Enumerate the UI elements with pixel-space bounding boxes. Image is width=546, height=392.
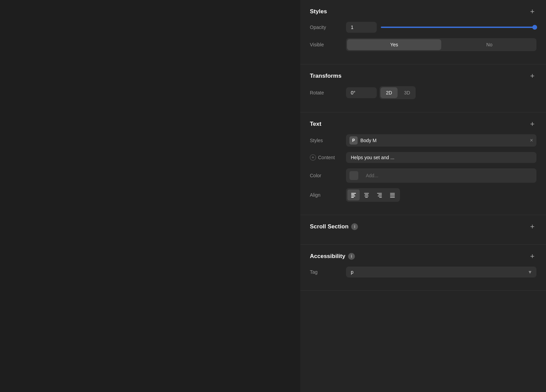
opacity-value-group <box>346 22 536 33</box>
rotate-2d-button[interactable]: 2D <box>380 87 398 98</box>
styles-section: Styles + Opacity Visible Yes No <box>300 0 546 64</box>
transforms-add-button[interactable]: + <box>528 72 536 80</box>
canvas-area <box>0 0 300 392</box>
transforms-title: Transforms <box>310 73 342 79</box>
rotate-row: Rotate 2D 3D <box>310 86 536 99</box>
opacity-slider-track[interactable] <box>381 27 535 28</box>
transforms-section-header: Transforms + <box>310 72 536 80</box>
scroll-header-with-info: Scroll Section i <box>310 223 528 230</box>
visible-no-button[interactable]: No <box>442 38 536 51</box>
align-justify-icon <box>389 192 396 198</box>
color-swatch[interactable] <box>349 171 358 180</box>
align-row: Align <box>310 188 536 202</box>
svg-rect-10 <box>378 196 382 196</box>
opacity-row: Opacity <box>310 22 536 33</box>
align-center-icon <box>363 192 370 198</box>
align-left-button[interactable] <box>347 190 360 200</box>
align-center-button[interactable] <box>360 190 373 200</box>
align-justify-button[interactable] <box>386 190 399 200</box>
visible-row: Visible Yes No <box>310 38 536 51</box>
accessibility-header-with-info: Accessibility i <box>310 253 528 260</box>
text-title: Text <box>310 121 321 127</box>
svg-rect-7 <box>365 197 368 198</box>
color-add-input[interactable] <box>361 170 533 181</box>
accessibility-add-button[interactable]: + <box>528 252 536 260</box>
align-right-icon <box>376 192 383 198</box>
visible-toggle-group: Yes No <box>346 38 536 51</box>
content-label-group: + Content <box>310 154 341 161</box>
svg-rect-13 <box>390 194 395 195</box>
content-value <box>346 152 536 163</box>
scroll-section: Scroll Section i + <box>300 215 546 245</box>
accessibility-section: Accessibility i + Tag p div span h1 h2 ▼ <box>300 245 546 291</box>
dim-toggle-group: 2D 3D <box>379 86 416 99</box>
visible-value-group: Yes No <box>346 38 536 51</box>
text-style-name: Body M <box>360 138 527 143</box>
tag-label: Tag <box>310 269 341 275</box>
svg-rect-15 <box>390 197 395 198</box>
content-row: + Content <box>310 152 536 163</box>
text-style-p-badge: P <box>349 136 358 145</box>
content-label: Content <box>318 155 335 160</box>
accessibility-info-icon[interactable]: i <box>348 253 355 260</box>
content-input[interactable] <box>346 152 536 163</box>
transforms-section: Transforms + Rotate 2D 3D <box>300 64 546 112</box>
text-styles-row: Styles P Body M × <box>310 134 536 147</box>
scroll-section-header: Scroll Section i + <box>310 223 536 231</box>
text-styles-label: Styles <box>310 138 341 143</box>
align-right-button[interactable] <box>373 190 386 200</box>
scroll-add-button[interactable]: + <box>528 223 536 231</box>
svg-rect-5 <box>365 194 368 195</box>
svg-rect-2 <box>351 196 355 196</box>
text-section: Text + Styles P Body M × + Content <box>300 112 546 215</box>
svg-rect-14 <box>390 196 395 196</box>
align-label: Align <box>310 192 341 198</box>
svg-rect-9 <box>378 194 382 195</box>
styles-section-header: Styles + <box>310 7 536 16</box>
visible-label: Visible <box>310 42 341 47</box>
opacity-input[interactable] <box>346 22 377 33</box>
rotate-input[interactable] <box>346 87 377 98</box>
text-section-header: Text + <box>310 120 536 128</box>
properties-panel: Styles + Opacity Visible Yes No <box>300 0 546 392</box>
align-group <box>346 188 400 202</box>
color-value <box>346 168 536 183</box>
opacity-label: Opacity <box>310 25 341 30</box>
accessibility-title: Accessibility <box>310 253 345 260</box>
scroll-title: Scroll Section <box>310 223 348 230</box>
align-left-icon <box>350 192 357 198</box>
visible-yes-button[interactable]: Yes <box>347 39 441 50</box>
svg-rect-4 <box>364 193 369 194</box>
opacity-slider-container <box>379 27 536 28</box>
rotate-value-group: 2D 3D <box>346 86 536 99</box>
rotate-3d-button[interactable]: 3D <box>399 86 416 99</box>
color-wrapper[interactable] <box>346 168 536 183</box>
accessibility-section-header: Accessibility i + <box>310 252 536 260</box>
text-styles-value: P Body M × <box>346 134 536 147</box>
svg-rect-3 <box>351 197 354 198</box>
svg-rect-6 <box>364 196 369 196</box>
rotate-label: Rotate <box>310 90 341 95</box>
svg-rect-11 <box>379 197 382 198</box>
svg-rect-8 <box>377 193 382 194</box>
scroll-info-icon[interactable]: i <box>351 223 358 230</box>
tag-select-wrapper: p div span h1 h2 ▼ <box>346 267 536 277</box>
color-label: Color <box>310 173 341 178</box>
color-row: Color <box>310 168 536 183</box>
text-style-close-button[interactable]: × <box>530 137 533 144</box>
svg-rect-1 <box>351 194 355 195</box>
content-plus-icon[interactable]: + <box>310 154 316 161</box>
tag-value: p div span h1 h2 ▼ <box>346 267 536 277</box>
tag-row: Tag p div span h1 h2 ▼ <box>310 267 536 277</box>
svg-rect-0 <box>351 193 356 194</box>
svg-rect-12 <box>390 193 395 194</box>
styles-title: Styles <box>310 8 327 15</box>
align-value <box>346 188 536 202</box>
opacity-slider-thumb[interactable] <box>532 25 537 30</box>
tag-select[interactable]: p div span h1 h2 <box>346 267 536 277</box>
text-add-button[interactable]: + <box>528 120 536 128</box>
styles-add-button[interactable]: + <box>528 7 536 16</box>
text-style-pill[interactable]: P Body M × <box>346 134 536 147</box>
